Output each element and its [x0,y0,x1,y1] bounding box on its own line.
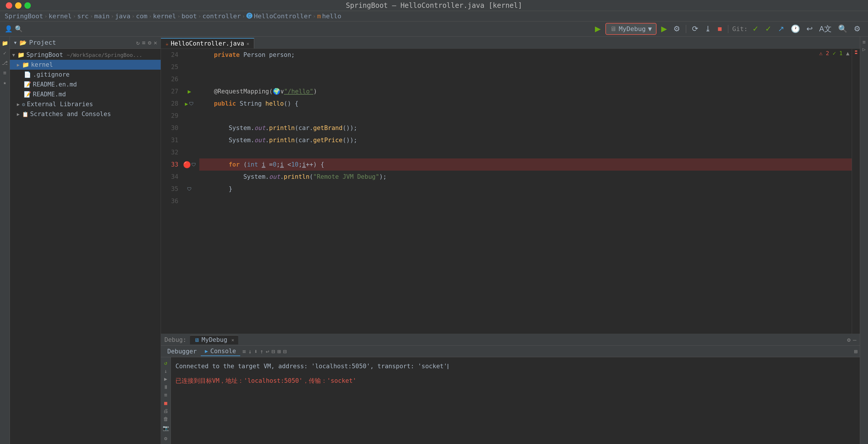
debug-tab-mydebug[interactable]: 🖥 MyDebug ✕ [190,335,238,344]
tree-item-readme[interactable]: 📝 README.md [10,90,161,99]
tab-close-icon[interactable]: ✕ [247,41,250,46]
breadcrumb-java[interactable]: java [115,12,130,20]
gitignore-label: .gitignore [33,71,69,78]
breadcrumb-controller[interactable]: controller [203,12,241,20]
git-check-button[interactable]: ✓ [751,23,761,35]
breadcrumb-src[interactable]: src [77,12,89,20]
git-history-button[interactable]: 🕐 [789,23,802,35]
run-gutter-icon-28[interactable]: ▶ [185,101,188,107]
console-tool-split[interactable]: ⊟ [283,348,287,355]
translate-button[interactable]: A文 [817,23,833,35]
debug-play-icon[interactable]: ▶ [162,376,170,382]
breadcrumb-main[interactable]: main [94,12,110,20]
search-button[interactable]: 🔍 [836,23,849,35]
debug-settings-icon[interactable]: ⚙ [847,336,850,343]
code-content[interactable]: private Person person; @RequestMapping(🌍… [197,49,852,334]
breadcrumb-springboot[interactable]: SpringBoot [5,12,43,20]
project-sync-icon[interactable]: ↻ [136,39,140,46]
toolbar-right: ▶ 🖥 MyDebug ▼ ▶ ⚙ ⟳ ⤓ ■ Git: ✓ ✓ ↗ 🕐 ↩ A… [593,23,862,35]
sidebar-project-icon[interactable]: 📁 [1,39,9,47]
debug-camera-icon[interactable]: 📷 [162,424,170,432]
readme-label: README.md [33,91,66,98]
code-editor[interactable]: ⚠ 2 ✓ 1 ▲ 24 25 26 27 28 29 30 31 32 33 … [161,49,860,334]
tree-item-scratches[interactable]: ▶ 📋 Scratches and Consoles [10,109,161,119]
tree-item-root[interactable]: ▼ 📁 SpringBoot ~/WorkSpace/SpringBoo... [10,50,161,60]
sidebar-structure-icon[interactable]: ≡ [1,68,9,77]
debug-run-button[interactable]: ▶ [659,23,669,35]
undo-button[interactable]: ↩ [805,23,814,35]
sidebar-git-icon[interactable]: ⎇ [1,59,9,67]
scratches-label: Scratches and Consoles [30,110,111,117]
console-icon: ▶ [205,348,208,354]
debug-left-icons: ↺ ↓ ▶ ⏸ ≡ ■ 🖨 🗑 📷 ⚙ [161,357,171,444]
tree-item-readme-en[interactable]: 📝 README.en.md [10,79,161,90]
git-check2-button[interactable]: ✓ [764,23,773,35]
sidebar-favorites-icon[interactable]: ★ [1,78,9,87]
shield-gutter-icon-35: 🛡 [187,186,192,192]
console-expand[interactable]: ⊞ [854,348,858,355]
debug-settings-button[interactable]: ⚙ [672,23,682,35]
debug-tab-close[interactable]: ✕ [231,337,234,343]
debug-minimize-icon[interactable]: — [853,336,857,343]
toolbar-left: 👤 🔍 [5,25,23,33]
project-collapse-icon[interactable]: ≡ [142,39,146,46]
code-line-34: System.out.println("Remote JVM Debug"); [199,171,852,183]
stop-button[interactable]: ■ [716,23,724,35]
code-line-35: } [199,183,852,195]
debug-list-icon[interactable]: ≡ [162,391,170,399]
settings-button[interactable]: ⚙ [852,23,862,35]
debug-gear2-icon[interactable]: ⚙ [162,435,170,442]
debug-pause-icon[interactable]: ⏸ [162,384,170,390]
debug-stop-icon[interactable]: ■ [162,400,170,407]
step-into-button[interactable]: ⤓ [703,23,713,35]
run-button[interactable]: ▶ [593,23,602,35]
debug-panel-header: Debug: 🖥 MyDebug ✕ ⚙ — [161,334,860,346]
breadcrumb-kernel[interactable]: kernel [49,12,71,20]
left-sidebar-icons: 📁 ✓ ⎇ ≡ ★ [0,37,10,444]
right-icon-2[interactable]: ▷ [863,46,866,52]
tree-item-gitignore[interactable]: 📄 .gitignore [10,70,161,79]
breadcrumb-kernel2[interactable]: kernel [153,12,176,20]
tree-item-external[interactable]: ▶ ⚙ External Libraries [10,99,161,109]
maximize-button[interactable] [24,2,31,9]
console-line-2: 已连接到目标VM，地址：'localhost:5050'，传输：'socket' [176,375,855,386]
project-settings-icon[interactable]: ⚙ [148,39,151,46]
breadcrumb-boot[interactable]: boot [182,12,197,20]
project-close-icon[interactable]: ✕ [154,39,157,46]
debug-restart-icon[interactable]: ↺ [162,360,170,367]
console-tool-up[interactable]: ↑ [260,348,264,355]
console-tool-down2[interactable]: ⬇ [254,348,258,355]
debug-body: ↺ ↓ ▶ ⏸ ≡ ■ 🖨 🗑 📷 ⚙ Connected to the tar… [161,357,860,444]
right-icon-1[interactable]: ≡ [863,39,866,45]
console-tool-wrap[interactable]: ↩ [266,348,269,355]
step-over-button[interactable]: ⟳ [690,23,700,35]
toolbar-user-icon: 👤 [5,25,12,33]
debug-config-button[interactable]: 🖥 MyDebug ▼ [606,23,656,35]
title-bar: SpringBoot – HelloController.java [kerne… [0,0,868,11]
breadcrumb-com[interactable]: com [136,12,148,20]
breadcrumb-hellocontroller[interactable]: HelloController [254,12,312,20]
breadcrumb: SpringBoot › kernel › src › main › java … [0,11,868,22]
console-tool-filter[interactable]: ⊟ [272,348,275,355]
debug-step-down-icon[interactable]: ↓ [162,368,170,375]
root-folder-icon: 📁 [18,52,25,58]
close-button[interactable] [6,2,12,9]
debugger-tab[interactable]: Debugger [163,347,201,356]
minimize-button[interactable] [15,2,22,9]
console-tool-down[interactable]: ↓ [248,348,252,355]
git-arrow-button[interactable]: ↗ [776,23,786,35]
run-gutter-icon-27[interactable]: ▶ [188,88,191,95]
toolbar-separator-1 [686,25,686,33]
tree-item-kernel[interactable]: ▶ 📁 kernel [10,60,161,70]
breakpoint-icon-33[interactable]: 🔴 [183,161,191,168]
sidebar-commit-icon[interactable]: ✓ [1,49,9,57]
debug-print-icon[interactable]: 🖨 [162,407,170,414]
console-tool-grid[interactable]: ⊞ [277,348,281,355]
debugger-tab-label: Debugger [167,348,197,355]
breadcrumb-hello[interactable]: hello [322,12,341,20]
tab-hellocontroller[interactable]: ☕ HelloController.java ✕ [161,38,254,48]
console-tool-list[interactable]: ≡ [243,348,246,355]
code-line-27: @RequestMapping(🌍∨"/hello") [199,85,852,98]
console-tab[interactable]: ▶ Console [201,347,240,356]
debug-trash-icon[interactable]: 🗑 [162,416,170,422]
